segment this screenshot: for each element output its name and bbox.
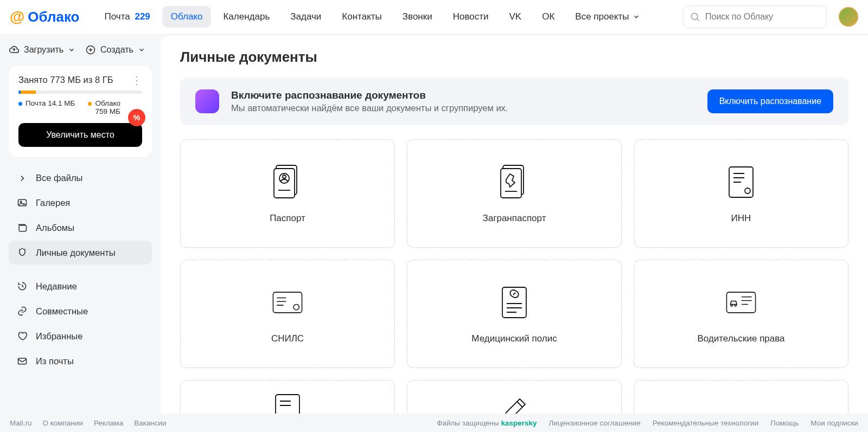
banner-desc: Мы автоматически найдём все ваши докумен… [231,103,695,113]
svg-rect-21 [276,395,299,414]
document-icon [271,391,304,414]
sidebar-item-documents[interactable]: Личные документы [9,241,152,265]
upload-button[interactable]: Загрузить [9,44,75,55]
card-extra-3[interactable] [634,380,848,414]
banner-title: Включите распознавание документов [231,89,695,101]
nav-ok[interactable]: ОК [533,6,563,28]
footer-reco[interactable]: Рекомендательные технологии [653,419,758,427]
heart-icon [16,331,28,341]
svg-point-15 [293,304,299,310]
brand-logo[interactable]: @ Облако [10,8,79,25]
storage-menu-button[interactable]: ⋮ [131,78,142,83]
card-driver[interactable]: Водительские права [634,260,848,368]
clock-icon [16,281,28,292]
medpolicy-icon [498,283,531,321]
sidebar-item-albums[interactable]: Альбомы [9,216,152,240]
card-snils[interactable]: СНИЛС [180,260,395,368]
storage-widget: Занято 773 МБ из 8 ГБ ⋮ Почта 14.1 МБ Об… [9,66,152,157]
sidebar-item-frommail[interactable]: Из почты [9,349,152,373]
nav-contacts[interactable]: Контакты [333,6,390,28]
svg-rect-11 [501,169,521,198]
sidebar-item-favorites[interactable]: Избранные [9,324,152,348]
chevron-down-icon [68,46,75,54]
inn-icon [725,163,757,201]
search-icon [690,11,700,22]
search-input[interactable] [683,5,827,28]
create-button[interactable]: Создать [85,44,145,55]
nav-mail[interactable]: Почта 229 [95,6,158,28]
svg-point-19 [731,304,732,306]
card-medpolicy[interactable]: Медицинский полис [407,260,622,368]
footer-license[interactable]: Лицензионное соглашение [549,419,641,427]
chevron-down-icon [633,13,640,21]
card-extra-1[interactable] [180,380,395,414]
albums-icon [16,222,28,233]
passport-icon [271,163,304,201]
at-icon: @ [10,8,24,25]
document-grid: Паспорт Загранпаспорт ИНН СНИЛС [180,139,848,414]
nav-projects[interactable]: Все проекты [566,6,648,28]
card-passport[interactable]: Паспорт [180,139,395,248]
sidebar-item-gallery[interactable]: Галерея [9,191,152,215]
banner-blob-icon [195,89,219,113]
discount-badge: % [128,109,145,126]
chevron-right-icon [16,173,28,183]
brand-text: Облако [28,9,79,25]
nav-calendar[interactable]: Календарь [214,6,278,28]
footer-jobs[interactable]: Вакансии [134,419,167,427]
svg-rect-5 [18,358,27,364]
driver-license-icon [725,283,757,321]
nav-tasks[interactable]: Задачи [282,6,330,28]
sidebar-item-allfiles[interactable]: Все файлы [9,166,152,190]
card-intpassport[interactable]: Загранпаспорт [407,139,622,248]
sidebar-item-shared[interactable]: Совместные [9,299,152,323]
image-icon [16,197,28,208]
sidebar: Загрузить Создать Занято 773 МБ из 8 ГБ … [0,34,161,414]
sidebar-nav: Все файлы Галерея Альбомы Личные докумен… [9,166,152,373]
enable-recognition-button[interactable]: Включить распознавание [707,89,833,113]
nav-links: Почта 229 Облако Календарь Задачи Контак… [95,6,673,28]
svg-rect-16 [502,287,526,318]
storage-bar [18,91,142,94]
upgrade-storage-button[interactable]: Увеличить место [18,123,142,147]
search[interactable] [683,5,827,28]
top-nav: @ Облако Почта 229 Облако Календарь Зада… [0,0,868,34]
nav-cloud[interactable]: Облако [162,6,212,28]
svg-point-13 [745,188,750,194]
card-inn[interactable]: ИНН [634,139,848,248]
footer: Mail.ru О компании Реклама Вакансии Файл… [0,414,868,432]
svg-rect-4 [19,225,26,231]
plus-circle-icon [85,44,96,55]
upload-cloud-icon [9,44,20,55]
avatar[interactable] [839,7,858,27]
nav-calls[interactable]: Звонки [394,6,441,28]
svg-point-20 [735,304,736,306]
document-id-icon [16,247,28,258]
svg-point-0 [691,13,698,20]
footer-subs[interactable]: Мои подписки [810,419,858,427]
nav-vk[interactable]: VK [501,6,531,28]
footer-protected: Файлы защищены kaspersky [437,419,537,427]
footer-help[interactable]: Помощь [770,419,799,427]
page-title: Личные документы [180,49,848,66]
mail-icon [16,356,28,366]
nav-news[interactable]: Новости [444,6,497,28]
sidebar-item-recent[interactable]: Недавние [9,274,152,298]
footer-about[interactable]: О компании [43,419,83,427]
intpassport-icon [498,163,531,201]
main-panel: Личные документы Включите распознавание … [161,36,868,414]
link-icon [16,306,28,317]
card-extra-2[interactable] [407,380,622,414]
storage-legend: Почта 14.1 МБ Облако 759 МБ [18,99,142,115]
storage-title: Занято 773 МБ из 8 ГБ [18,75,113,85]
snils-icon [271,283,304,321]
recognition-banner: Включите распознавание документов Мы авт… [180,78,848,125]
footer-mailru[interactable]: Mail.ru [10,419,32,427]
chevron-down-icon [138,46,145,54]
pen-icon [498,391,531,414]
footer-ads[interactable]: Реклама [94,419,123,427]
